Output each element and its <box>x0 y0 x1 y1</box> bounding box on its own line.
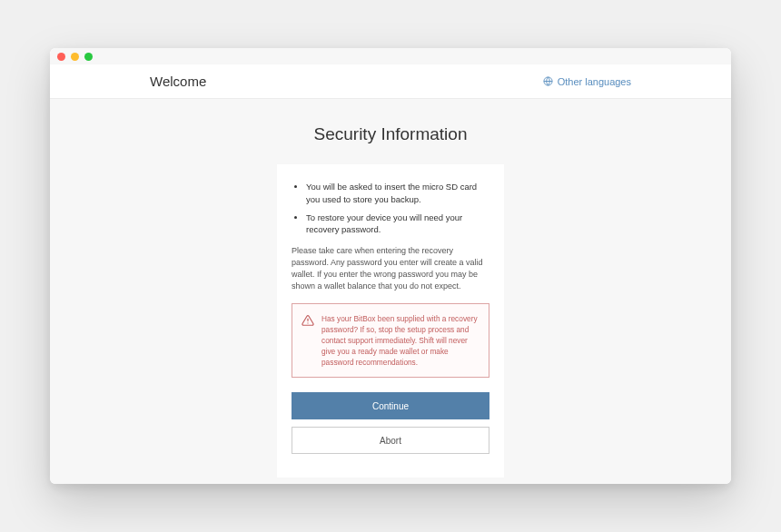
warning-text: Has your BitBox been supplied with a rec… <box>321 313 479 368</box>
list-item: You will be asked to insert the micro SD… <box>306 181 489 206</box>
minimize-window-button[interactable] <box>71 53 79 61</box>
caution-paragraph: Please take care when entering the recov… <box>292 245 489 292</box>
titlebar <box>50 48 731 64</box>
header-title: Welcome <box>150 74 206 89</box>
header: Welcome Other languages <box>50 64 731 99</box>
warning-alert: Has your BitBox been supplied with a rec… <box>292 303 489 378</box>
close-window-button[interactable] <box>57 53 65 61</box>
other-languages-link[interactable]: Other languages <box>543 76 631 87</box>
page-title: Security Information <box>314 124 468 144</box>
security-info-card: You will be asked to insert the micro SD… <box>277 164 504 478</box>
warning-icon <box>302 314 314 327</box>
info-list: You will be asked to insert the micro SD… <box>292 181 489 236</box>
globe-icon <box>543 76 553 86</box>
continue-button[interactable]: Continue <box>292 392 489 419</box>
list-item: To restore your device you will need you… <box>306 212 489 237</box>
content-area: Security Information You will be asked t… <box>50 99 731 484</box>
other-languages-label: Other languages <box>558 76 631 87</box>
maximize-window-button[interactable] <box>84 53 93 61</box>
app-window: Welcome Other languages Security Informa… <box>50 48 731 484</box>
abort-button[interactable]: Abort <box>292 427 489 454</box>
